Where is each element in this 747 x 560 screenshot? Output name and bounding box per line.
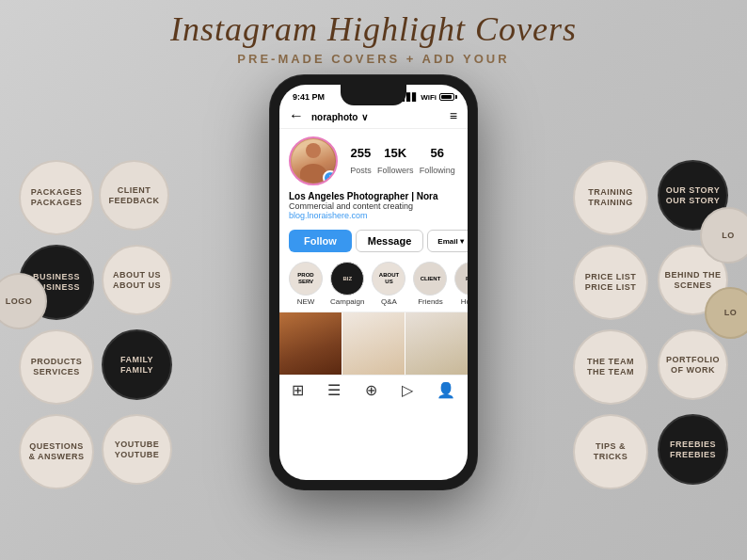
wifi-icon: WiFi [421,93,437,102]
highlight-label-home: Hom... [461,297,468,306]
status-time: 9:41 PM [293,92,325,102]
highlight-home[interactable]: PKG Hom... [454,262,468,306]
highlight-circle-qa: ABOUTUS [372,262,405,296]
highlight-label-friends: Friends [418,297,443,306]
reels-tab[interactable]: ▷ [402,381,413,399]
circle-packages: PACKAGESPACKAGES [19,160,94,235]
back-button[interactable]: ← [289,107,304,124]
highlight-circle-home: PKG [454,262,468,296]
highlight-circle-new: PRODSERV [289,262,323,296]
profile-section: + 255 Posts 15K Followers 56 Following [279,129,468,189]
profile-avatar[interactable]: + [289,136,338,185]
phone-mockup: 9:41 PM ▋▋▋ WiFi ← noraphoto ∨ ≡ [270,75,477,489]
profile-name: Los Angeles Photographer | Nora [289,191,458,201]
title-area: Instagram Highlight Covers PRE-MADE COVE… [0,9,747,66]
grid-cell-3[interactable] [405,312,468,375]
bottom-tabs: ⊞ ☰ ⊕ ▷ 👤 [279,375,468,405]
message-button[interactable]: Message [356,230,423,252]
following-label: Following [420,166,455,175]
circle-products: PRODUCTSSERVICES [19,329,94,405]
phone-outer: 9:41 PM ▋▋▋ WiFi ← noraphoto ∨ ≡ [270,75,477,489]
posts-label: Posts [350,166,372,175]
highlight-label-campaign: Campaign [330,297,364,306]
photo-grid [279,312,468,375]
circle-family: FAMILYFAMILY [102,329,172,400]
add-tab[interactable]: ⊕ [365,381,377,399]
ig-menu-button[interactable]: ≡ [450,108,458,123]
phone-notch [341,85,406,105]
highlight-campaign[interactable]: BIZ Campaign [330,262,364,306]
dropdown-icon[interactable]: ∨ [361,112,368,122]
status-icons: ▋▋▋ WiFi [401,93,454,102]
circle-client-feedback: CLIENTFEEDBACK [99,160,169,231]
home-tab[interactable]: ⊞ [292,381,304,399]
following-stat[interactable]: 56 Following [420,146,455,177]
search-tab[interactable]: ☰ [327,381,341,399]
email-dropdown-icon[interactable]: ▾ [460,237,464,246]
add-story-button[interactable]: + [323,170,338,185]
circle-about-us: ABOUT USABOUT US [102,245,172,315]
profile-stats: 255 Posts 15K Followers 56 Following [347,146,458,177]
highlight-circle-friends: CLIENT [413,262,447,296]
highlight-new[interactable]: PRODSERV NEW [289,262,323,306]
circle-tips: TIPS &TRICKS [573,414,648,489]
main-title: Instagram Highlight Covers [0,9,747,50]
profile-description: Commercial and content creating [289,201,458,211]
email-label: Email [437,237,457,246]
ig-nav: ← noraphoto ∨ ≡ [279,104,468,129]
profile-bio: Los Angeles Photographer | Nora Commerci… [279,189,468,226]
highlight-friends[interactable]: CLIENT Friends [413,262,447,306]
followers-count: 15K [377,146,414,160]
circle-price-list: PRICE LISTPRICE LIST [573,245,648,320]
grid-cell-2[interactable] [342,312,405,375]
posts-stat: 255 Posts [350,146,372,177]
battery-icon [439,93,454,101]
phone-screen: 9:41 PM ▋▋▋ WiFi ← noraphoto ∨ ≡ [279,85,468,480]
action-buttons: Follow Message Email ▾ [279,226,468,256]
followers-stat[interactable]: 15K Followers [377,146,414,177]
subtitle: PRE-MADE COVERS + ADD YOUR [0,52,747,66]
circle-youtube: YOUTUBEYOUTUBE [102,414,172,485]
circle-questions: QUESTIONS& ANSWERS [19,414,94,489]
highlights-row: PRODSERV NEW BIZ Campaign ABOUTUS Q&A CL… [279,256,468,312]
circle-training: TRAININGTRAINING [573,160,648,235]
profile-link[interactable]: blog.lnoraishere.com [289,211,458,220]
profile-tab[interactable]: 👤 [437,381,455,399]
ig-username: noraphoto ∨ [311,109,450,123]
username-text: noraphoto [311,112,358,122]
highlight-circle-campaign: BIZ [330,262,364,296]
highlight-label-qa: Q&A [381,297,397,306]
highlight-qa[interactable]: ABOUTUS Q&A [372,262,405,306]
posts-count: 255 [350,146,372,160]
follow-button[interactable]: Follow [289,230,352,252]
circle-freebies: FREEBIESFREEBIES [658,414,728,485]
circle-portfolio: PORTFOLIOOF WORK [658,329,728,400]
circle-the-team: THE TEAMTHE TEAM [573,329,648,405]
grid-cell-1[interactable] [279,312,342,375]
following-count: 56 [420,146,455,160]
email-button[interactable]: Email ▾ [427,230,468,252]
followers-label: Followers [377,166,414,175]
highlight-label-new: NEW [297,297,315,306]
